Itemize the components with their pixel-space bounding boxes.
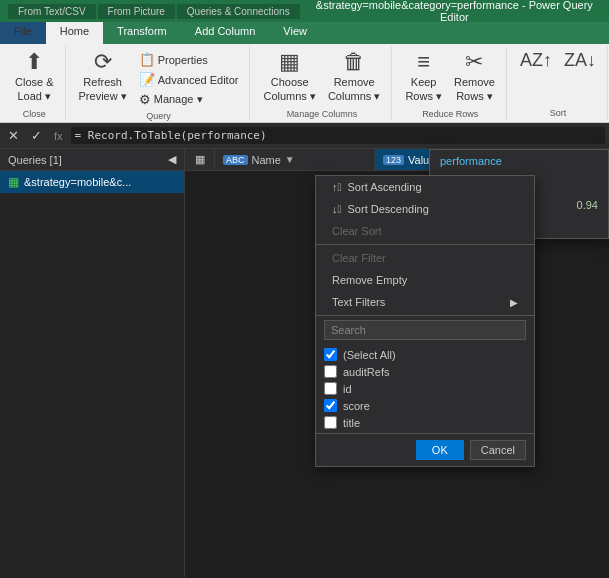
formula-input[interactable]	[71, 127, 605, 144]
close-group-label: Close	[23, 107, 46, 119]
sort-asc-item-icon: ↑⃨	[332, 181, 342, 193]
tab-from-picture[interactable]: From Picture	[98, 4, 175, 19]
score-label: score	[343, 400, 370, 412]
score-checkbox[interactable]	[324, 399, 337, 412]
sidebar-collapse-icon[interactable]: ◀	[168, 153, 176, 166]
id-checkbox[interactable]	[324, 382, 337, 395]
clear-filter-label: Clear Filter	[332, 252, 386, 264]
properties-icon: 📋	[139, 52, 155, 67]
query-buttons: ⟳ RefreshPreview ▾ 📋 Properties 📝 Advanc…	[74, 48, 244, 109]
sort-group-label: Sort	[550, 106, 567, 118]
clear-sort-item: Clear Sort	[316, 220, 534, 242]
formula-cancel-button[interactable]: ✕	[4, 127, 23, 144]
group-manage-columns: ▦ ChooseColumns ▾ 🗑 RemoveColumns ▾ Mana…	[252, 46, 392, 120]
close-load-icon: ⬆	[25, 51, 43, 73]
auditrefs-label: auditRefs	[343, 366, 389, 378]
remove-columns-button[interactable]: 🗑 RemoveColumns ▾	[323, 48, 385, 107]
tab-file[interactable]: File	[0, 22, 46, 44]
title-tabs: From Text/CSV From Picture Queries & Con…	[8, 4, 300, 19]
sidebar-item-query[interactable]: ▦ &strategy=mobile&c...	[0, 171, 184, 193]
dropdown-footer: OK Cancel	[316, 433, 534, 466]
sort-ascending-item[interactable]: ↑⃨ Sort Ascending	[316, 176, 534, 198]
text-filters-label: Text Filters	[332, 296, 385, 308]
title-label: title	[343, 417, 360, 429]
query-icon: ▦	[8, 175, 19, 189]
keep-rows-label: KeepRows ▾	[405, 75, 442, 104]
cancel-button[interactable]: Cancel	[470, 440, 526, 460]
checkbox-title[interactable]: title	[324, 414, 526, 431]
row-number-header: ▦	[185, 149, 215, 170]
refresh-preview-button[interactable]: ⟳ RefreshPreview ▾	[74, 48, 132, 107]
select-all-label: (Select All)	[343, 349, 396, 361]
title-bar: From Text/CSV From Picture Queries & Con…	[0, 0, 609, 22]
checkbox-select-all[interactable]: (Select All)	[324, 346, 526, 363]
sort-desc-item-icon: ↓⃨	[332, 203, 342, 215]
select-all-checkbox[interactable]	[324, 348, 337, 361]
choose-columns-label: ChooseColumns ▾	[263, 75, 315, 104]
advanced-editor-button[interactable]: 📝 Advanced Editor	[134, 70, 244, 89]
remove-rows-button[interactable]: ✂ RemoveRows ▾	[449, 48, 500, 107]
tab-home[interactable]: Home	[46, 22, 103, 44]
ok-button[interactable]: OK	[416, 440, 464, 460]
remove-empty-item[interactable]: Remove Empty	[316, 269, 534, 291]
properties-button[interactable]: 📋 Properties	[134, 50, 244, 69]
group-sort: AZ↑ ZA↓ Sort	[509, 46, 608, 120]
sort-ascending-label: Sort Ascending	[348, 181, 422, 193]
manage-button[interactable]: ⚙ Manage ▾	[134, 90, 244, 109]
group-reduce-rows: ≡ KeepRows ▾ ✂ RemoveRows ▾ Reduce Rows	[394, 46, 507, 120]
sort-descending-label: Sort Descending	[348, 203, 429, 215]
auditrefs-checkbox[interactable]	[324, 365, 337, 378]
advanced-editor-label: Advanced Editor	[158, 74, 239, 86]
keep-rows-button[interactable]: ≡ KeepRows ▾	[400, 48, 447, 107]
title-checkbox[interactable]	[324, 416, 337, 429]
text-filters-item[interactable]: Text Filters ▶	[316, 291, 534, 313]
search-input[interactable]	[324, 320, 526, 340]
remove-rows-label: RemoveRows ▾	[454, 75, 495, 104]
sort-asc-button[interactable]: AZ↑	[515, 48, 557, 74]
checkbox-list: (Select All) auditRefs id score title	[316, 344, 534, 433]
tab-view[interactable]: View	[269, 22, 321, 44]
advanced-editor-icon: 📝	[139, 72, 155, 87]
sort-desc-button[interactable]: ZA↓	[559, 48, 601, 74]
refresh-icon: ⟳	[94, 51, 112, 73]
name-filter-dropdown: ↑⃨ Sort Ascending ↓⃨ Sort Descending Cle…	[315, 175, 535, 467]
sidebar-header: Queries [1] ◀	[0, 149, 184, 171]
tab-add-column[interactable]: Add Column	[181, 22, 270, 44]
name-type-badge: ABC	[223, 155, 248, 165]
search-box	[324, 320, 526, 340]
manage-col-buttons: ▦ ChooseColumns ▾ 🗑 RemoveColumns ▾	[258, 48, 385, 107]
tab-transform[interactable]: Transform	[103, 22, 181, 44]
sort-descending-item[interactable]: ↓⃨ Sort Descending	[316, 198, 534, 220]
sidebar-title: Queries [1]	[8, 154, 62, 166]
id-label: id	[343, 383, 352, 395]
window-title: &strategy=mobile&category=performance - …	[308, 0, 601, 23]
remove-rows-icon: ✂	[465, 51, 483, 73]
checkbox-score[interactable]: score	[324, 397, 526, 414]
query-group-label: Query	[146, 109, 171, 121]
divider-2	[316, 315, 534, 316]
clear-filter-item: Clear Filter	[316, 247, 534, 269]
value-item-performance-lower[interactable]: performance	[430, 150, 608, 172]
formula-bar: ✕ ✓ fx	[0, 123, 609, 149]
choose-columns-button[interactable]: ▦ ChooseColumns ▾	[258, 48, 320, 107]
name-dropdown-arrow[interactable]: ▼	[285, 154, 295, 165]
value-type-badge: 123	[383, 155, 404, 165]
name-column-header[interactable]: ABC Name ▼	[215, 149, 375, 170]
tab-queries[interactable]: Queries & Connections	[177, 4, 300, 19]
formula-confirm-button[interactable]: ✓	[27, 127, 46, 144]
main-area: Queries [1] ◀ ▦ &strategy=mobile&c... ▦ …	[0, 149, 609, 577]
group-query: ⟳ RefreshPreview ▾ 📋 Properties 📝 Advanc…	[68, 46, 251, 120]
sidebar: Queries [1] ◀ ▦ &strategy=mobile&c...	[0, 149, 185, 577]
ribbon: File Home Transform Add Column View ⬆ Cl…	[0, 22, 609, 123]
close-load-button[interactable]: ⬆ Close &Load ▾	[10, 48, 59, 107]
checkbox-id[interactable]: id	[324, 380, 526, 397]
keep-rows-icon: ≡	[417, 51, 430, 73]
close-buttons: ⬆ Close &Load ▾	[10, 48, 59, 107]
tab-from-text[interactable]: From Text/CSV	[8, 4, 96, 19]
reduce-rows-label: Reduce Rows	[422, 107, 478, 119]
checkbox-auditrefs[interactable]: auditRefs	[324, 363, 526, 380]
name-col-label: Name	[252, 154, 281, 166]
sort-desc-icon: ZA↓	[564, 51, 596, 69]
refresh-label: RefreshPreview ▾	[79, 75, 127, 104]
remove-columns-icon: 🗑	[343, 51, 365, 73]
